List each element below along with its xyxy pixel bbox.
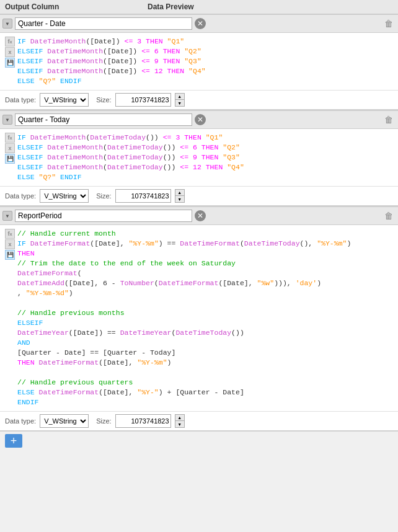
datatype-select-3[interactable]: V_WString — [40, 414, 89, 428]
clear-btn-3[interactable]: ✕ — [195, 210, 206, 221]
header-row: Output Column Data Preview — [0, 0, 398, 14]
trash-btn-2[interactable]: 🗑 — [382, 113, 396, 126]
code-area-2[interactable]: IF DateTimeMonth(DateTimeToday()) <= 3 T… — [17, 133, 393, 182]
size-input-2[interactable] — [115, 189, 171, 203]
size-label-3: Size: — [96, 417, 111, 425]
icon-x-2: x — [5, 143, 15, 153]
spin-down-2[interactable]: ▼ — [175, 196, 184, 202]
icon-x-1: x — [5, 47, 15, 57]
add-column-button[interactable]: + — [5, 434, 22, 448]
datatype-select-1[interactable]: V_WString — [40, 93, 89, 107]
expand-btn-2[interactable]: ▼ — [2, 115, 12, 125]
datatype-select-2[interactable]: V_WString — [40, 189, 89, 203]
formula-title-row-2: ▼ ✕ 🗑 — [0, 110, 398, 129]
size-input-3[interactable] — [115, 414, 171, 428]
expand-btn-3[interactable]: ▼ — [2, 211, 12, 221]
header-preview: Data Preview — [148, 2, 393, 11]
datatype-row-2: Data type: V_WString Size: ▲ ▼ — [0, 186, 398, 205]
spin-up-3[interactable]: ▲ — [175, 415, 184, 421]
icon-save-3: 💾 — [5, 250, 15, 260]
spin-up-1[interactable]: ▲ — [175, 94, 184, 100]
size-label-2: Size: — [96, 192, 111, 200]
size-input-1[interactable] — [115, 93, 171, 107]
expand-btn-1[interactable]: ▼ — [2, 19, 12, 29]
code-area-3[interactable]: // Handle current month IF DateTimeForma… — [17, 229, 393, 407]
formula-title-row-3: ▼ ✕ 🗑 — [0, 206, 398, 225]
formula-block-3: ▼ ✕ 🗑 fx x 💾 // Handle current month IF … — [0, 206, 398, 432]
trash-btn-1[interactable]: 🗑 — [382, 17, 396, 30]
clear-btn-1[interactable]: ✕ — [195, 18, 206, 29]
icon-save-2: 💾 — [5, 154, 15, 164]
title-input-3[interactable] — [15, 210, 192, 222]
header-output: Output Column — [5, 2, 148, 11]
formula-block-2: ▼ ✕ 🗑 fx x 💾 IF DateTimeMonth(DateTimeTo… — [0, 110, 398, 206]
icon-fx-3: fx — [5, 229, 15, 239]
icon-fx-1: fx — [5, 37, 15, 47]
datatype-label-2: Data type: — [5, 192, 36, 200]
datatype-label-1: Data type: — [5, 96, 36, 104]
spin-down-3[interactable]: ▼ — [175, 421, 184, 427]
code-area-1[interactable]: IF DateTimeMonth([Date]) <= 3 THEN "Q1" … — [17, 37, 393, 86]
formula-block-1: ▼ ✕ 🗑 fx x 💾 IF DateTimeMonth([Date]) <=… — [0, 14, 398, 110]
size-label-1: Size: — [96, 96, 111, 104]
datatype-label-3: Data type: — [5, 417, 36, 425]
title-input-2[interactable] — [15, 113, 192, 126]
icon-fx-2: fx — [5, 133, 15, 143]
clear-btn-2[interactable]: ✕ — [195, 114, 206, 125]
trash-btn-3[interactable]: 🗑 — [382, 209, 396, 223]
icon-save-1: 💾 — [5, 58, 15, 68]
spin-down-1[interactable]: ▼ — [175, 100, 184, 106]
spin-up-2[interactable]: ▲ — [175, 190, 184, 196]
datatype-row-1: Data type: V_WString Size: ▲ ▼ — [0, 90, 398, 109]
formula-title-row-1: ▼ ✕ 🗑 — [0, 14, 398, 33]
icon-x-3: x — [5, 239, 15, 249]
datatype-row-3: Data type: V_WString Size: ▲ ▼ — [0, 411, 398, 430]
title-input-1[interactable] — [15, 17, 192, 30]
